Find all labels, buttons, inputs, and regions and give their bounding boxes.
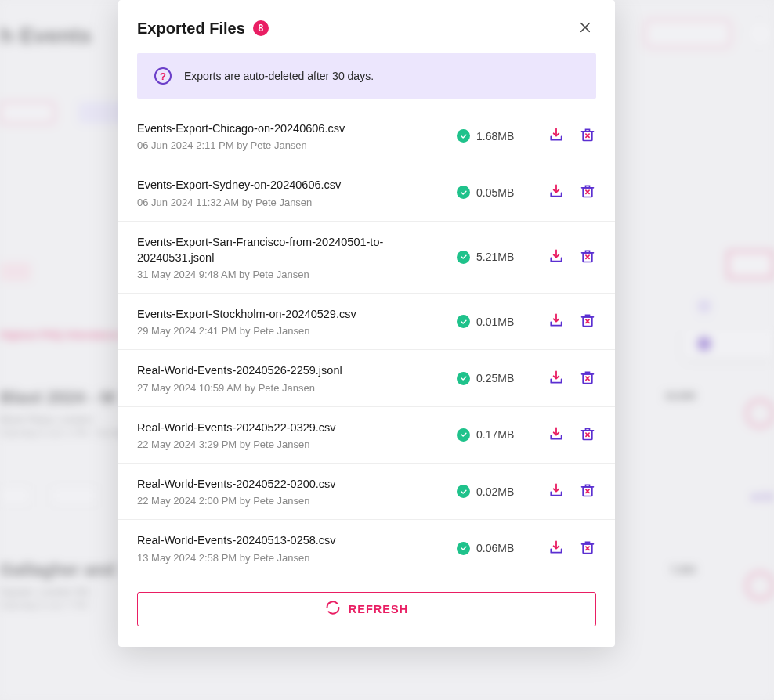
close-icon (578, 20, 592, 37)
file-size: 0.25MB (476, 372, 514, 384)
file-info: Real-World-Events-20240526-2259.jsonl27 … (137, 363, 444, 393)
file-actions (548, 370, 596, 387)
file-meta: 22 May 2024 2:00 PM by Pete Jansen (137, 495, 444, 507)
close-button[interactable] (574, 17, 596, 39)
delete-button[interactable] (579, 313, 596, 330)
download-icon (548, 426, 564, 444)
file-size: 0.17MB (476, 428, 514, 441)
file-actions (548, 426, 596, 443)
modal-title: Exported Files (137, 20, 245, 38)
file-size: 0.06MB (476, 542, 514, 554)
file-actions (548, 248, 596, 265)
download-button[interactable] (548, 483, 565, 500)
delete-button[interactable] (579, 248, 596, 265)
file-meta: 31 May 2024 9:48 AM by Pete Jansen (137, 269, 444, 280)
file-actions (548, 313, 596, 330)
file-meta: 13 May 2024 2:58 PM by Pete Jansen (137, 552, 444, 564)
check-circle-icon (457, 315, 470, 328)
file-info: Events-Export-Stockholm-on-20240529.csv2… (137, 306, 444, 337)
file-size: 0.01MB (476, 316, 514, 328)
download-button[interactable] (548, 539, 565, 557)
delete-button[interactable] (579, 184, 596, 201)
file-status: 1.68MB (457, 129, 535, 143)
check-circle-icon (457, 186, 470, 199)
refresh-button-label: REFRESH (349, 603, 408, 615)
question-circle-icon: ? (154, 67, 172, 85)
exported-files-modal: Exported Files 8 ? Exports are auto-dele… (118, 0, 615, 647)
file-list: Events-Export-Chicago-on-20240606.csv06 … (118, 108, 615, 576)
delete-button[interactable] (579, 539, 596, 557)
download-button[interactable] (548, 184, 565, 201)
trash-icon (580, 426, 595, 444)
file-info: Real-World-Events-20240513-0258.csv13 Ma… (137, 532, 444, 563)
file-row: Real-World-Events-20240522-0329.csv22 Ma… (118, 407, 615, 464)
file-row: Events-Export-Chicago-on-20240606.csv06 … (118, 108, 615, 164)
refresh-icon (325, 600, 341, 618)
file-status: 0.05MB (457, 186, 535, 199)
trash-icon (580, 482, 595, 500)
trash-icon (580, 127, 595, 145)
delete-button[interactable] (579, 370, 596, 387)
file-actions (548, 184, 596, 201)
file-row: Real-World-Events-20240522-0200.csv22 Ma… (118, 464, 615, 520)
file-name: Events-Export-Chicago-on-20240606.csv (137, 121, 444, 136)
file-info: Real-World-Events-20240522-0200.csv22 Ma… (137, 476, 444, 507)
file-actions (548, 539, 596, 557)
download-icon (548, 183, 564, 201)
check-circle-icon (457, 372, 470, 385)
download-icon (548, 312, 564, 330)
file-size: 5.21MB (476, 251, 514, 263)
modal-footer: REFRESH (118, 576, 615, 647)
download-icon (548, 370, 564, 388)
check-circle-icon (457, 251, 470, 264)
file-count-badge: 8 (253, 20, 269, 36)
trash-icon (580, 183, 595, 201)
download-button[interactable] (548, 313, 565, 330)
file-info: Events-Export-Sydney-on-20240606.csv06 J… (137, 177, 444, 207)
file-meta: 06 Jun 2024 11:32 AM by Pete Jansen (137, 197, 444, 208)
download-button[interactable] (548, 128, 565, 145)
file-status: 0.01MB (457, 315, 535, 328)
file-size: 0.05MB (476, 186, 514, 199)
download-icon (548, 248, 564, 266)
trash-icon (580, 248, 595, 266)
trash-icon (580, 312, 595, 330)
check-circle-icon (457, 485, 470, 498)
delete-button[interactable] (579, 483, 596, 500)
file-actions (548, 128, 596, 145)
file-row: Events-Export-Sydney-on-20240606.csv06 J… (118, 164, 615, 221)
file-row: Events-Export-Stockholm-on-20240529.csv2… (118, 294, 615, 350)
file-row: Events-Export-San-Francisco-from-2024050… (118, 222, 615, 294)
file-meta: 29 May 2024 2:41 PM by Pete Jansen (137, 325, 444, 337)
modal-title-wrap: Exported Files 8 (137, 20, 269, 38)
download-icon (548, 539, 564, 557)
file-meta: 22 May 2024 3:29 PM by Pete Jansen (137, 438, 444, 450)
download-icon (548, 482, 564, 500)
file-name: Events-Export-Stockholm-on-20240529.csv (137, 306, 444, 322)
file-row: Real-World-Events-20240526-2259.jsonl27 … (118, 350, 615, 406)
file-name: Real-World-Events-20240522-0200.csv (137, 476, 444, 492)
delete-button[interactable] (579, 128, 596, 145)
file-size: 1.68MB (476, 130, 514, 143)
file-actions (548, 483, 596, 500)
file-status: 5.21MB (457, 251, 535, 264)
delete-button[interactable] (579, 426, 596, 443)
info-banner: ? Exports are auto-deleted after 30 days… (137, 53, 596, 99)
file-name: Events-Export-Sydney-on-20240606.csv (137, 177, 444, 193)
check-circle-icon (457, 542, 470, 555)
file-status: 0.17MB (457, 428, 535, 442)
file-info: Real-World-Events-20240522-0329.csv22 Ma… (137, 420, 444, 450)
download-button[interactable] (548, 426, 565, 443)
file-status: 0.25MB (457, 372, 535, 385)
download-icon (548, 127, 564, 145)
file-name: Real-World-Events-20240526-2259.jsonl (137, 363, 444, 378)
refresh-button[interactable]: REFRESH (137, 592, 596, 626)
file-size: 0.02MB (476, 485, 514, 498)
file-name: Events-Export-San-Francisco-from-2024050… (137, 234, 444, 266)
trash-icon (580, 539, 595, 557)
file-row: Real-World-Events-20240513-0258.csv13 Ma… (118, 520, 615, 576)
download-button[interactable] (548, 248, 565, 265)
modal-header: Exported Files 8 (118, 0, 615, 53)
download-button[interactable] (548, 370, 565, 387)
file-name: Real-World-Events-20240513-0258.csv (137, 532, 444, 548)
